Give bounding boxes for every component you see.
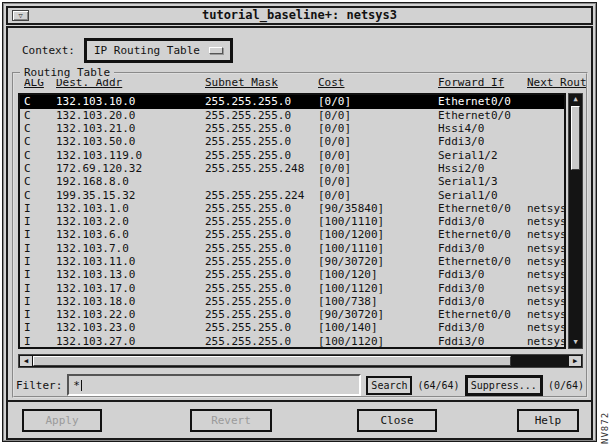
routing-table-rows: C132.103.10.0255.255.255.0[0/0]Ethernet0… — [18, 93, 566, 349]
cell-mask: 255.255.255.0 — [205, 109, 318, 122]
vertical-scrollbar-thumb[interactable] — [571, 106, 580, 170]
table-row[interactable]: I132.103.2.0255.255.255.0[100/1110]Fddi3… — [20, 215, 564, 228]
filter-input[interactable]: * — [67, 374, 361, 396]
cell-next: netsys5 — [527, 228, 564, 241]
cell-mask: 255.255.255.224 — [205, 189, 318, 202]
cell-alg: I — [24, 321, 56, 334]
table-row[interactable]: I132.103.23.0255.255.255.0[100/140]Fddi3… — [20, 321, 564, 334]
cell-mask: 255.255.255.0 — [205, 135, 318, 148]
horizontal-scrollbar[interactable]: ◀ ▶ — [18, 354, 583, 368]
cell-dest: 132.103.13.0 — [56, 268, 205, 281]
cell-alg: C — [24, 109, 56, 122]
cell-fwd: Hssi4/0 — [438, 122, 527, 135]
context-option-menu[interactable]: IP Routing Table — [84, 38, 233, 63]
table-row[interactable]: C132.103.10.0255.255.255.0[0/0]Ethernet0… — [20, 95, 564, 108]
apply-button[interactable]: Apply — [22, 409, 102, 432]
cell-fwd: Fddi3/0 — [438, 135, 527, 148]
cell-alg: C — [24, 95, 56, 108]
suppress-button-label: Suppress... — [471, 380, 537, 391]
table-row[interactable]: I132.103.22.0255.255.255.0[90/30720]Ethe… — [20, 308, 564, 321]
table-row[interactable]: C132.103.21.0255.255.255.0[0/0]Hssi4/0 — [20, 122, 564, 135]
cell-fwd: Ethernet0/0 — [438, 228, 527, 241]
cell-cost: [100/1120] — [318, 282, 438, 295]
table-row[interactable]: I132.103.13.0255.255.255.0[100/120]Fddi3… — [20, 268, 564, 281]
cell-dest: 199.35.15.32 — [56, 189, 205, 202]
cell-fwd: Fddi3/0 — [438, 215, 527, 228]
scroll-down-icon[interactable]: ▼ — [569, 338, 582, 347]
cell-dest: 132.103.18.0 — [56, 295, 205, 308]
cell-cost: [0/0] — [318, 149, 438, 162]
cell-dest: 132.103.21.0 — [56, 122, 205, 135]
cell-mask: 255.255.255.0 — [205, 215, 318, 228]
cell-cost: [100/1110] — [318, 215, 438, 228]
cell-fwd: Fddi3/0 — [438, 268, 527, 281]
cell-cost: [0/0] — [318, 135, 438, 148]
table-row[interactable]: I132.103.27.0255.255.255.0[100/1120]Fddi… — [20, 335, 564, 348]
cell-dest: 192.168.8.0 — [56, 175, 205, 188]
cell-dest: 132.103.22.0 — [56, 308, 205, 321]
cell-fwd: Fddi3/0 — [438, 335, 527, 348]
cell-mask: 255.255.255.0 — [205, 295, 318, 308]
cell-alg: I — [24, 295, 56, 308]
suppress-button[interactable]: Suppress... — [465, 375, 543, 396]
cell-mask: 255.255.255.0 — [205, 282, 318, 295]
horizontal-scrollbar-thumb[interactable] — [33, 356, 511, 366]
column-header: Cost — [318, 76, 438, 91]
table-row[interactable]: I132.103.6.0255.255.255.0[100/1200]Ether… — [20, 228, 564, 241]
cell-next: netsys5 — [527, 255, 564, 268]
table-row[interactable]: C132.103.119.0255.255.255.0[0/0]Serial1/… — [20, 149, 564, 162]
search-button[interactable]: Search — [366, 376, 412, 395]
cell-dest: 172.69.120.32 — [56, 162, 205, 175]
window-menu-button[interactable]: ▽ — [12, 10, 29, 21]
main-panel: Context: IP Routing Table Routing Table … — [6, 26, 593, 402]
cell-next: netsys5 — [527, 202, 564, 215]
routing-table-frame-label: Routing Table — [20, 66, 114, 79]
help-button[interactable]: Help — [517, 409, 579, 432]
app-window: ▽ tutorial_baseline+: netsys3 Context: I… — [2, 2, 597, 442]
cell-mask: 255.255.255.0 — [205, 95, 318, 108]
cell-dest: 132.103.1.0 — [56, 202, 205, 215]
cell-next — [527, 175, 564, 188]
scroll-right-icon[interactable]: ▶ — [569, 356, 581, 366]
close-button[interactable]: Close — [357, 409, 437, 432]
cell-fwd: Ethernet0/0 — [438, 202, 527, 215]
cell-cost: [100/1200] — [318, 228, 438, 241]
cell-next — [527, 189, 564, 202]
window-menu-icon: ▽ — [18, 12, 22, 20]
cell-next — [527, 95, 564, 108]
table-row[interactable]: C192.168.8.0[0/0]Serial1/3 — [20, 175, 564, 188]
cell-dest: 132.103.23.0 — [56, 321, 205, 334]
cell-mask: 255.255.255.0 — [205, 228, 318, 241]
table-row[interactable]: I132.103.17.0255.255.255.0[100/1120]Fddi… — [20, 282, 564, 295]
table-row[interactable]: I132.103.1.0255.255.255.0[90/35840]Ether… — [20, 202, 564, 215]
button-bar: Apply Revert Close Help — [6, 400, 593, 440]
cell-alg: C — [24, 149, 56, 162]
table-row[interactable]: C132.103.20.0255.255.255.0[0/0]Ethernet0… — [20, 109, 564, 122]
search-button-label: Search — [371, 380, 407, 391]
title-bar[interactable]: ▽ tutorial_baseline+: netsys3 — [6, 6, 593, 25]
cell-fwd: Serial1/2 — [438, 149, 527, 162]
scroll-up-icon[interactable]: ▲ — [569, 95, 582, 104]
cell-mask: 255.255.255.0 — [205, 255, 318, 268]
cell-mask — [205, 175, 318, 188]
cell-cost: [100/1110] — [318, 242, 438, 255]
table-row[interactable]: C172.69.120.32255.255.255.248[0/0]Hssi2/… — [20, 162, 564, 175]
cell-fwd: Serial1/0 — [438, 189, 527, 202]
filter-input-value: * — [73, 379, 80, 392]
cell-cost: [0/0] — [318, 162, 438, 175]
context-value: IP Routing Table — [94, 44, 200, 57]
table-row[interactable]: I132.103.7.0255.255.255.0[100/1110]Fddi3… — [20, 242, 564, 255]
table-row[interactable]: C199.35.15.32255.255.255.224[0/0]Serial1… — [20, 189, 564, 202]
table-row[interactable]: I132.103.11.0255.255.255.0[90/30720]Ethe… — [20, 255, 564, 268]
scroll-left-icon[interactable]: ◀ — [20, 356, 32, 366]
table-row[interactable]: C132.103.50.0255.255.255.0[0/0]Fddi3/0 — [20, 135, 564, 148]
filter-row: Filter: * Search (64/64) Suppress... (0/… — [16, 374, 584, 396]
cell-cost: [100/738] — [318, 295, 438, 308]
cell-next: netsys8 — [527, 268, 564, 281]
vertical-scrollbar[interactable]: ▲ ▼ — [568, 93, 583, 349]
context-row: Context: IP Routing Table — [22, 38, 233, 63]
routing-table-list-area: C132.103.10.0255.255.255.0[0/0]Ethernet0… — [18, 93, 586, 349]
cell-cost: [100/120] — [318, 268, 438, 281]
table-row[interactable]: I132.103.18.0255.255.255.0[100/738]Fddi3… — [20, 295, 564, 308]
revert-button[interactable]: Revert — [190, 409, 272, 432]
